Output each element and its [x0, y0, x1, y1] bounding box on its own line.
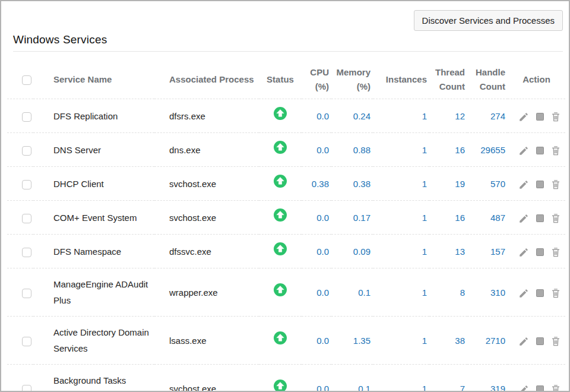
handle-count-value: 274 [467, 99, 508, 133]
status-up-icon [274, 242, 287, 260]
row-checkbox[interactable] [22, 289, 31, 298]
row-checkbox[interactable] [22, 337, 31, 346]
memory-value: 0.24 [331, 99, 373, 133]
delete-trash-icon[interactable] [551, 111, 560, 122]
service-name-cell: COM+ Event System [33, 201, 154, 235]
service-table-row: DFS Replication dfsrs.exe 0.0 0.24 1 12 … [7, 99, 565, 133]
edit-icon[interactable] [518, 179, 529, 190]
edit-icon[interactable] [518, 213, 529, 224]
service-table-row: Active Directory Domain Services lsass.e… [7, 317, 565, 365]
cpu-value: 0.0 [302, 365, 331, 392]
action-cell [508, 317, 565, 365]
thread-count-value: 13 [429, 235, 467, 268]
service-name-cell: Active Directory Domain Services [33, 317, 154, 365]
cpu-value: 0.0 [302, 201, 331, 235]
stop-icon[interactable] [536, 385, 544, 392]
column-header-thread-count: Thread Count [429, 61, 467, 99]
associated-process-cell: svchost.exe [154, 201, 259, 235]
cpu-value: 0.0 [302, 133, 331, 167]
action-cell [508, 235, 565, 268]
status-up-icon [274, 141, 287, 159]
handle-count-value: 570 [467, 167, 508, 201]
handle-count-value: 157 [467, 235, 508, 268]
thread-count-value: 12 [429, 99, 467, 133]
stop-icon[interactable] [536, 181, 544, 188]
select-all-checkbox[interactable] [22, 75, 31, 85]
handle-count-value: 319 [467, 365, 508, 392]
delete-trash-icon[interactable] [551, 179, 560, 190]
edit-icon[interactable] [518, 336, 529, 347]
stop-icon[interactable] [536, 337, 544, 345]
column-header-handle-count: Handle Count [467, 61, 508, 99]
edit-icon[interactable] [518, 247, 529, 258]
delete-trash-icon[interactable] [551, 336, 560, 347]
row-checkbox[interactable] [22, 146, 31, 156]
row-checkbox[interactable] [22, 214, 31, 223]
thread-count-value: 8 [429, 268, 467, 317]
associated-process-cell: dns.exe [154, 133, 259, 167]
memory-value: 0.09 [331, 235, 373, 268]
stop-icon[interactable] [536, 248, 544, 256]
instances-value: 1 [373, 133, 429, 167]
delete-trash-icon[interactable] [551, 213, 560, 224]
cpu-value: 0.0 [302, 235, 331, 268]
edit-icon[interactable] [518, 112, 529, 122]
service-name-cell: DFS Namespace [33, 235, 154, 268]
services-table: Service Name Associated Process Status C… [7, 61, 565, 392]
action-cell [508, 201, 565, 235]
edit-icon[interactable] [518, 288, 529, 299]
service-table-row: DNS Server dns.exe 0.0 0.88 1 16 29655 [7, 133, 565, 167]
stop-icon[interactable] [536, 147, 544, 154]
service-name-cell: Background Tasks Infrastructure Service [33, 365, 154, 392]
service-name-cell: DNS Server [33, 133, 154, 167]
instances-value: 1 [373, 235, 429, 268]
column-header-memory: Memory (%) [331, 61, 373, 99]
column-header-status: Status [259, 61, 302, 99]
delete-trash-icon[interactable] [551, 384, 560, 392]
action-cell [508, 167, 565, 201]
delete-trash-icon[interactable] [551, 246, 560, 258]
handle-count-value: 487 [467, 201, 508, 235]
edit-icon[interactable] [518, 146, 529, 156]
status-up-icon [274, 175, 287, 192]
status-up-icon [274, 380, 287, 392]
stop-icon[interactable] [536, 214, 544, 222]
stop-icon[interactable] [536, 113, 544, 121]
service-name-cell: ManageEngine ADAudit Plus [33, 268, 154, 317]
column-header-service-name: Service Name [33, 61, 154, 99]
thread-count-value: 19 [429, 167, 467, 201]
associated-process-cell: wrapper.exe [154, 268, 259, 317]
status-up-icon [274, 107, 287, 125]
memory-value: 0.88 [331, 133, 373, 167]
row-checkbox[interactable] [22, 248, 31, 257]
page-title: Windows Services [13, 33, 563, 46]
discover-services-button[interactable]: Discover Services and Processes [414, 10, 563, 31]
associated-process-cell: dfsrs.exe [154, 99, 259, 133]
thread-count-value: 16 [429, 133, 467, 167]
service-table-row: ManageEngine ADAudit Plus wrapper.exe 0.… [7, 268, 565, 317]
memory-value: 0.17 [331, 201, 373, 235]
status-up-icon [274, 331, 287, 349]
action-cell [508, 99, 565, 133]
instances-value: 1 [373, 167, 429, 201]
row-checkbox[interactable] [22, 180, 31, 189]
service-name-cell: DFS Replication [33, 99, 154, 133]
thread-count-value: 7 [429, 365, 467, 392]
row-checkbox[interactable] [22, 385, 31, 392]
stop-icon[interactable] [536, 289, 544, 297]
row-checkbox[interactable] [22, 112, 31, 122]
windows-services-panel: Discover Services and Processes Windows … [0, 0, 570, 392]
delete-trash-icon[interactable] [551, 287, 560, 299]
handle-count-value: 310 [467, 268, 508, 317]
delete-trash-icon[interactable] [551, 145, 560, 156]
associated-process-cell: dfssvc.exe [154, 235, 259, 268]
service-table-row: DHCP Client svchost.exe 0.38 0.38 1 19 5… [7, 167, 565, 201]
cpu-value: 0.0 [302, 317, 331, 365]
column-header-instances: Instances [373, 61, 429, 99]
thread-count-value: 16 [429, 201, 467, 235]
edit-icon[interactable] [518, 384, 529, 392]
instances-value: 1 [373, 268, 429, 317]
instances-value: 1 [373, 99, 429, 133]
action-cell [508, 365, 565, 392]
memory-value: 0.1 [331, 365, 373, 392]
